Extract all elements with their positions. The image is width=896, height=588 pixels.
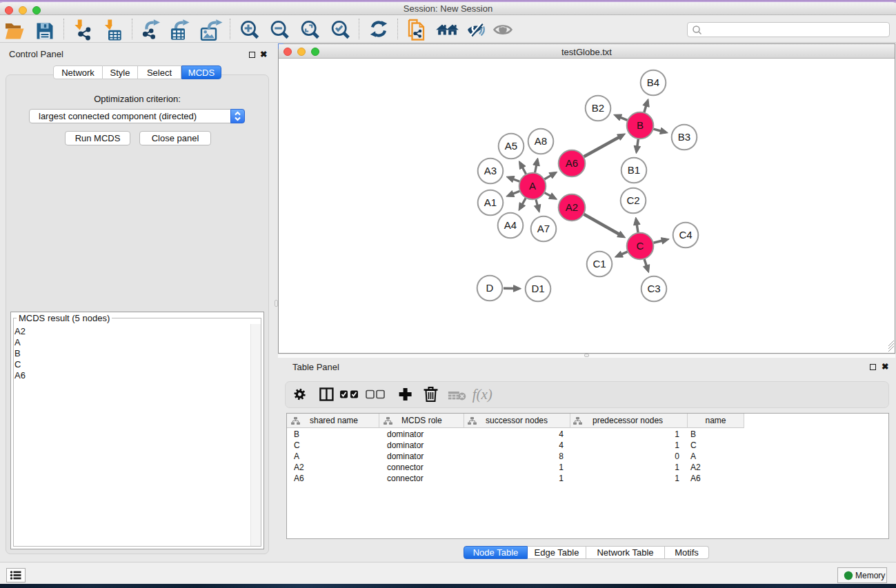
svg-text:D: D bbox=[486, 282, 494, 294]
svg-text:C4: C4 bbox=[679, 229, 692, 241]
svg-text:B: B bbox=[637, 119, 644, 131]
svg-text:B3: B3 bbox=[678, 131, 690, 143]
svg-text:A7: A7 bbox=[537, 223, 550, 234]
svg-text:A2: A2 bbox=[566, 201, 578, 213]
svg-text:D1: D1 bbox=[531, 283, 544, 294]
svg-text:B1: B1 bbox=[628, 164, 640, 176]
svg-text:A5: A5 bbox=[505, 140, 517, 152]
svg-text:C1: C1 bbox=[593, 258, 606, 270]
svg-text:A3: A3 bbox=[484, 165, 497, 176]
svg-text:A6: A6 bbox=[566, 157, 578, 169]
svg-text:A4: A4 bbox=[504, 219, 517, 231]
svg-text:C2: C2 bbox=[626, 194, 639, 206]
svg-text:C: C bbox=[637, 240, 644, 252]
svg-text:C3: C3 bbox=[647, 283, 660, 294]
svg-text:A: A bbox=[529, 180, 536, 192]
svg-text:A1: A1 bbox=[484, 196, 497, 208]
svg-text:B4: B4 bbox=[647, 77, 659, 88]
svg-text:B2: B2 bbox=[592, 102, 604, 114]
svg-text:A8: A8 bbox=[535, 135, 547, 147]
svg-text:f(x): f(x) bbox=[472, 386, 492, 403]
